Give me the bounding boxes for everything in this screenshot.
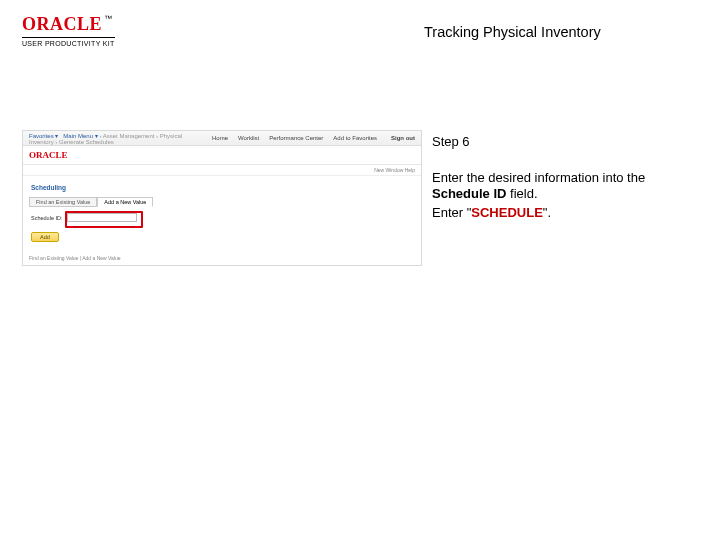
- add-button[interactable]: Add: [31, 232, 59, 242]
- app-logo-row: ORACLE: [23, 146, 421, 165]
- trademark: ™: [104, 14, 112, 23]
- instruction-line1: Enter the desired information into the S…: [432, 170, 662, 203]
- menu-perf[interactable]: Performance Center: [269, 135, 323, 141]
- menu-worklist[interactable]: Worklist: [238, 135, 259, 141]
- brand-subtitle: USER PRODUCTIVITY KIT: [22, 37, 115, 47]
- schedule-id-label: Schedule ID:: [31, 215, 63, 221]
- app-heading: Scheduling: [31, 184, 415, 191]
- instruction-line2: Enter "SCHEDULE".: [432, 205, 662, 221]
- signout-link[interactable]: Sign out: [391, 135, 415, 141]
- app-topbar: Favorites ▾ Main Menu ▾ › Asset Manageme…: [23, 131, 421, 146]
- step-label: Step 6: [432, 134, 470, 149]
- instr2-post: ".: [543, 205, 551, 220]
- breadcrumb: Favorites ▾ Main Menu ▾ › Asset Manageme…: [29, 132, 198, 145]
- instruction-block: Enter the desired information into the S…: [432, 170, 662, 221]
- schedule-id-row: Schedule ID:: [31, 213, 415, 222]
- instr2-value: SCHEDULE: [471, 205, 543, 220]
- page-title: Tracking Physical Inventory: [424, 24, 601, 40]
- brand-block: ORACLE™ USER PRODUCTIVITY KIT: [22, 14, 115, 47]
- app-body: Scheduling Find an Existing Value Add a …: [23, 176, 421, 246]
- instr-pre: Enter the desired information into the: [432, 170, 645, 185]
- app-tabs: Find an Existing Value Add a New Value: [29, 197, 415, 207]
- tab-add-new[interactable]: Add a New Value: [97, 197, 153, 207]
- menu-addfav[interactable]: Add to Favorites: [333, 135, 377, 141]
- schedule-id-field[interactable]: [67, 213, 137, 222]
- page: ORACLE™ USER PRODUCTIVITY KIT Tracking P…: [0, 0, 720, 540]
- instr2-pre: Enter ": [432, 205, 471, 220]
- app-status-row: New Window Help: [23, 165, 421, 176]
- instr-post: field.: [506, 186, 537, 201]
- menu-home[interactable]: Home: [212, 135, 228, 141]
- app-footer-links: Find an Existing Value | Add a New Value: [29, 255, 120, 261]
- tab-find-existing[interactable]: Find an Existing Value: [29, 197, 97, 207]
- oracle-logo-small: ORACLE: [29, 150, 68, 160]
- schedule-id-wrap: [67, 213, 137, 222]
- instr-field-name: Schedule ID: [432, 186, 506, 201]
- top-menus: Home Worklist Performance Center Add to …: [212, 135, 377, 141]
- oracle-logo: ORACLE: [22, 14, 102, 34]
- app-screenshot: Favorites ▾ Main Menu ▾ › Asset Manageme…: [22, 130, 422, 266]
